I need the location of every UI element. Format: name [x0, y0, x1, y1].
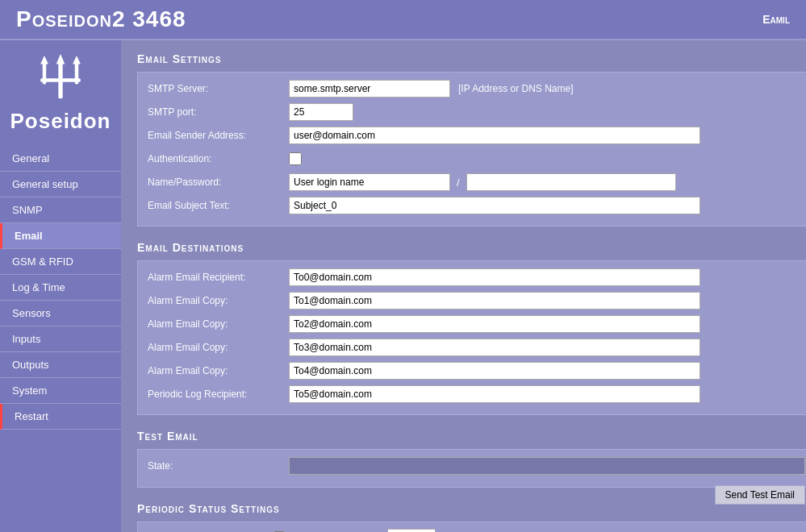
- email-settings-body: SMTP Server: [IP Address or DNS Name] SM…: [137, 72, 806, 227]
- poseidon-logo-icon: [24, 48, 97, 113]
- email-dest-label: Alarm Email Copy:: [148, 318, 289, 330]
- logo-text: Poseidon: [10, 109, 111, 134]
- email-dest-row: Alarm Email Copy:: [148, 314, 805, 334]
- main-layout: Poseidon General General setup SNMP Emai…: [0, 40, 806, 532]
- content-area: Email Settings SMTP Server: [IP Address …: [121, 40, 806, 532]
- name-input[interactable]: [289, 173, 450, 191]
- email-dest-label: Alarm Email Copy:: [148, 365, 289, 376]
- email-subject-input[interactable]: [289, 197, 700, 214]
- email-dest-input[interactable]: [289, 315, 700, 333]
- periodic-status-section: Periodic Status Settings Periodical Stat…: [137, 502, 806, 532]
- header-page-name: Eamil: [762, 13, 790, 26]
- state-row: State:: [148, 456, 805, 476]
- email-settings-section: Email Settings SMTP Server: [IP Address …: [137, 52, 806, 227]
- sidebar-item-outputs[interactable]: Outputs: [0, 352, 121, 378]
- svg-rect-6: [40, 78, 81, 81]
- sidebar-item-snmp[interactable]: SNMP: [0, 197, 121, 223]
- svg-marker-5: [56, 54, 65, 64]
- state-value: [289, 457, 805, 475]
- smtp-server-label: SMTP Server:: [148, 83, 289, 94]
- sidebar-item-email[interactable]: Email: [0, 223, 121, 249]
- separator: /: [457, 177, 460, 189]
- sidebar-item-sensors[interactable]: Sensors: [0, 301, 121, 326]
- sidebar: Poseidon General General setup SNMP Emai…: [0, 40, 121, 532]
- email-sender-label: Email Sender Address:: [148, 130, 289, 141]
- email-dest-row: Periodic Log Recipient:: [148, 384, 805, 404]
- sidebar-item-general-setup[interactable]: General setup: [0, 172, 121, 197]
- page-title: Poseidon2 3468: [16, 6, 186, 32]
- sidebar-item-inputs[interactable]: Inputs: [0, 326, 121, 352]
- period-input[interactable]: [387, 529, 436, 532]
- periodic-status-title: Periodic Status Settings: [137, 502, 806, 515]
- email-subject-label: Email Subject Text:: [148, 200, 289, 211]
- smtp-server-row: SMTP Server: [IP Address or DNS Name]: [148, 79, 805, 98]
- test-email-title: Test Email: [137, 430, 806, 443]
- state-label: State:: [148, 460, 289, 472]
- email-dest-label: Alarm Email Copy:: [148, 295, 289, 306]
- email-dest-row: Alarm Email Copy:: [148, 291, 805, 310]
- authentication-label: Authentication:: [148, 153, 289, 164]
- email-destinations-title: Email Destinations: [137, 241, 806, 254]
- sidebar-item-gsm-rfid[interactable]: GSM & RFID: [0, 249, 121, 275]
- smtp-server-hint: [IP Address or DNS Name]: [458, 83, 574, 94]
- sidebar-item-log-time[interactable]: Log & Time: [0, 275, 121, 301]
- email-dest-input[interactable]: [289, 339, 700, 356]
- smtp-port-label: SMTP port:: [148, 106, 289, 118]
- email-dest-label: Alarm Email Recipient:: [148, 272, 289, 283]
- email-dest-input[interactable]: [289, 292, 700, 310]
- email-sender-input[interactable]: [289, 127, 700, 144]
- email-settings-title: Email Settings: [137, 52, 806, 65]
- nav-items: General General setup SNMP Email GSM & R…: [0, 146, 121, 430]
- sidebar-item-restart[interactable]: Restart: [0, 404, 121, 430]
- email-dest-row: Alarm Email Copy:: [148, 338, 805, 357]
- test-email-body: State: Send Test Email: [137, 449, 806, 488]
- authentication-checkbox[interactable]: [289, 152, 302, 165]
- authentication-row: Authentication:: [148, 149, 805, 168]
- password-input[interactable]: [466, 173, 676, 191]
- email-destinations-body: Alarm Email Recipient:Alarm Email Copy:A…: [137, 260, 806, 415]
- name-password-row: Name/Password: /: [148, 172, 805, 192]
- sidebar-item-general[interactable]: General: [0, 146, 121, 172]
- email-dest-label: Periodic Log Recipient:: [148, 389, 289, 400]
- send-test-email-button[interactable]: Send Test Email: [715, 485, 806, 505]
- periodic-row: Periodical Status:Period:[minutes]: [148, 529, 805, 532]
- email-dest-label: Alarm Email Copy:: [148, 342, 289, 353]
- email-sender-row: Email Sender Address:: [148, 126, 805, 145]
- email-dest-input[interactable]: [289, 268, 700, 286]
- name-password-label: Name/Password:: [148, 177, 289, 188]
- email-destinations-section: Email Destinations Alarm Email Recipient…: [137, 241, 806, 415]
- email-dest-row: Alarm Email Copy:: [148, 361, 805, 380]
- logo-container: Poseidon: [10, 48, 111, 134]
- svg-marker-3: [40, 56, 48, 64]
- svg-marker-4: [73, 56, 81, 64]
- header: Poseidon2 3468 Eamil: [0, 0, 806, 40]
- periodic-status-body: Periodical Status:Period:[minutes]Alarm …: [137, 522, 806, 532]
- email-dest-input[interactable]: [289, 362, 700, 380]
- smtp-port-row: SMTP port:: [148, 102, 805, 122]
- email-subject-row: Email Subject Text:: [148, 196, 805, 215]
- sidebar-item-system[interactable]: System: [0, 378, 121, 404]
- smtp-server-input[interactable]: [289, 80, 450, 98]
- test-email-section: Test Email State: Send Test Email: [137, 430, 806, 488]
- app-container: Poseidon2 3468 Eamil: [0, 0, 806, 532]
- email-dest-input[interactable]: [289, 385, 700, 403]
- smtp-port-input[interactable]: [289, 103, 353, 121]
- email-dest-row: Alarm Email Recipient:: [148, 268, 805, 287]
